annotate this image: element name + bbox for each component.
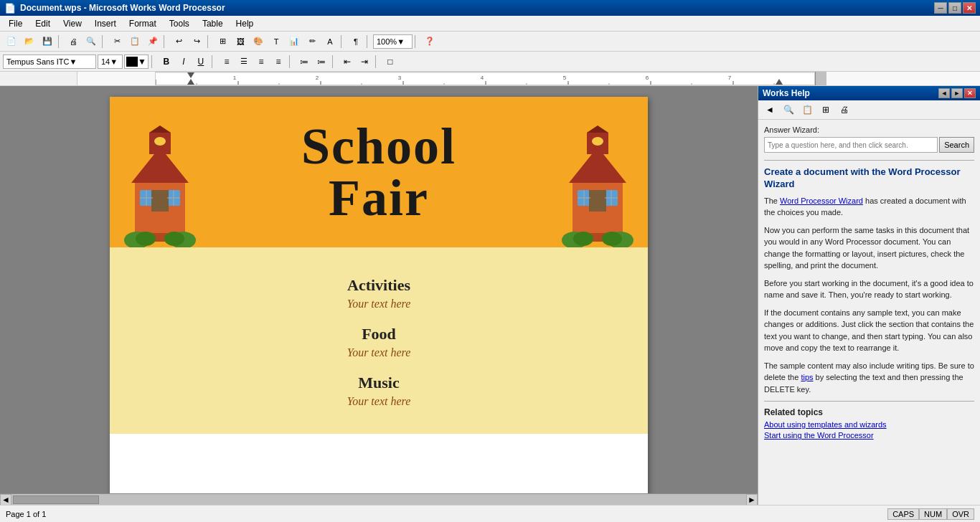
document-page: School Fair [110,97,648,498]
svg-marker-29 [149,125,171,133]
wordart-button[interactable]: A [321,34,339,49]
insert-picture-button[interactable]: 🖼 [232,34,249,49]
svg-point-43 [164,232,184,246]
section-title-1: Food [124,325,633,343]
document-area[interactable]: School Fair [0,86,758,505]
menu-table[interactable]: Table [197,17,229,30]
help-prev-button[interactable]: ◄ [938,88,950,98]
svg-point-42 [136,232,156,246]
menu-bar: File Edit View Insert Format Tools Table… [0,16,980,32]
menu-view[interactable]: View [57,17,88,30]
menu-format[interactable]: Format [123,17,162,30]
open-button[interactable]: 📂 [21,34,38,49]
section-text-1: Your text here [124,346,633,359]
help-close-button[interactable]: ✕ [964,88,976,98]
align-center-button[interactable]: ☰ [236,54,252,70]
paste-button[interactable]: 📌 [144,34,161,49]
font-name-value: Tempus Sans ITC [6,57,69,66]
copy-button[interactable]: 📋 [126,34,143,49]
document-banner: School Fair [110,97,648,247]
banner-title-line2: Fair [329,169,429,227]
font-dropdown-icon[interactable]: ▼ [69,57,77,66]
help-next-button[interactable]: ► [951,88,963,98]
number-list-button[interactable]: ≔ [314,54,329,70]
drawing-button[interactable]: ✏ [303,34,321,49]
italic-button[interactable]: I [176,54,192,70]
font-size-box[interactable]: 14 ▼ [98,54,123,69]
undo-button[interactable]: ↩ [170,34,187,49]
sep3 [164,35,168,48]
sep1 [58,35,62,48]
maximize-button[interactable]: □ [948,2,961,14]
fmt-sep3 [289,55,293,68]
help-search-icon[interactable]: 🔍 [780,102,797,118]
new-button[interactable]: 📄 [3,34,20,49]
help-para-5: The sample content may also include writ… [764,360,974,396]
underline-button[interactable]: U [193,54,209,70]
tips-link[interactable]: tips [801,373,813,381]
bold-button[interactable]: B [159,54,174,70]
align-right-button[interactable]: ≡ [253,54,269,70]
main-toolbar: 📄 📂 💾 🖨 🔍 ✂ 📋 📌 ↩ ↪ ⊞ 🖼 🎨 T 📊 ✏ A ¶ 100%… [0,32,980,52]
bullet-list-button[interactable]: ≔ [296,54,312,70]
help-article-heading: Create a document with the Word Processo… [764,166,974,191]
border-button[interactable]: □ [382,54,398,70]
section-title-2: Music [124,374,633,392]
related-link-1[interactable]: Start using the Word Processor [764,431,974,440]
help-search-button[interactable]: Search [939,137,974,153]
svg-rect-33 [151,190,169,212]
insert-textbox-button[interactable]: T [268,34,285,49]
related-link-0[interactable]: About using templates and wizards [764,420,974,429]
help-button[interactable]: ❓ [421,34,438,49]
menu-insert[interactable]: Insert [89,17,122,30]
menu-help[interactable]: Help [230,17,260,30]
fmt-sep2 [212,55,216,68]
insert-chart-button[interactable]: 📊 [286,34,303,49]
redo-button[interactable]: ↪ [188,34,205,49]
print-preview-button[interactable]: 🔍 [83,34,100,49]
horizontal-scroll-thumb[interactable] [13,495,99,504]
align-left-button[interactable]: ≡ [219,54,235,70]
font-color-swatch [126,57,138,67]
scroll-left-button[interactable]: ◄ [0,494,11,506]
help-search-input[interactable] [764,137,938,153]
font-size-dropdown-icon[interactable]: ▼ [110,57,118,66]
font-name-box[interactable]: Tempus Sans ITC ▼ [3,54,96,69]
save-button[interactable]: 💾 [39,34,56,49]
font-color-dropdown-icon[interactable]: ▼ [138,57,146,67]
zoom-dropdown-icon[interactable]: ▼ [397,37,405,46]
document-content[interactable]: Activities Your text here Food Your text… [110,247,648,434]
help-bookmark-button[interactable]: ⊞ [817,102,834,118]
help-para-2: Now you can perform the same tasks in th… [764,224,974,272]
svg-text:2: 2 [316,75,319,81]
help-back-button[interactable]: ◄ [761,102,778,118]
fmt-sep5 [375,55,380,68]
school-building-right [562,125,633,247]
scroll-right-button[interactable]: ► [746,494,758,506]
word-processor-wizard-link-1[interactable]: Word Processor Wizard [780,196,863,205]
help-print-button[interactable]: 🖨 [836,102,853,118]
insert-clip-button[interactable]: 🎨 [250,34,267,49]
show-formatting-button[interactable]: ¶ [347,34,364,49]
school-building-left [124,125,196,247]
print-button[interactable]: 🖨 [65,34,82,49]
num-indicator: NUM [919,508,947,520]
menu-tools[interactable]: Tools [164,17,195,30]
font-size-value: 14 [101,57,110,66]
insert-table-button[interactable]: ⊞ [214,34,231,49]
section-text-0: Your text here [124,298,633,310]
justify-button[interactable]: ≡ [270,54,286,70]
menu-file[interactable]: File [3,17,28,30]
font-color-picker[interactable]: ▼ [124,54,149,69]
indent-decrease-button[interactable]: ⇤ [339,54,355,70]
help-content-area: Answer Wizard: Search Create a document … [758,120,980,505]
close-button[interactable]: ✕ [963,2,976,14]
menu-edit[interactable]: Edit [29,17,56,30]
svg-rect-52 [589,190,606,212]
cut-button[interactable]: ✂ [108,34,126,49]
indent-increase-button[interactable]: ⇥ [357,54,372,70]
help-toc-button[interactable]: 📋 [798,102,816,118]
horizontal-scrollbar[interactable]: ◄ ► [0,493,758,505]
zoom-control[interactable]: 100% ▼ [373,34,413,49]
minimize-button[interactable]: ─ [934,2,947,14]
